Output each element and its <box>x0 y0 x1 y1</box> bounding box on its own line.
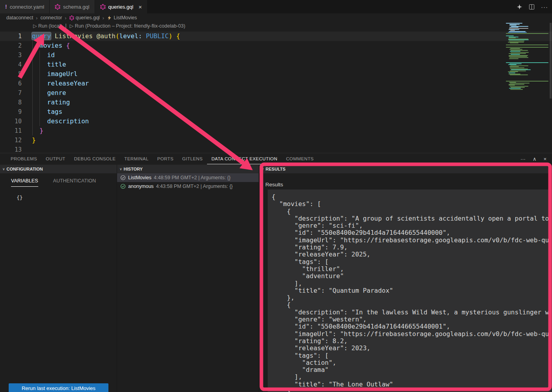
more-actions-icon[interactable]: ··· <box>541 4 548 10</box>
code-line[interactable]: 8 rating <box>0 98 552 107</box>
chevron-down-icon: ∨ <box>119 167 122 171</box>
panel-close-icon[interactable]: × <box>543 156 546 162</box>
vscode-window: ! connector.yaml schema.gql queries.gql … <box>0 0 552 392</box>
line-number: 7 <box>0 88 22 98</box>
code-lens-divider: | <box>65 23 67 29</box>
breadcrumb: dataconnect › connector › queries.gql › … <box>0 13 552 22</box>
panel-maximize-icon[interactable]: ∧ <box>533 156 537 162</box>
line-number: 12 <box>0 136 22 145</box>
code-line[interactable]: 5 imageUrl <box>0 69 552 79</box>
graphql-icon <box>69 15 74 20</box>
code-line[interactable]: 1query ListMovies @auth(level: PUBLIC) { <box>0 32 552 41</box>
line-number: 3 <box>0 50 22 60</box>
run-local-lens[interactable]: ▷ Run (local) <box>33 23 62 29</box>
tab-label: connector.yaml <box>10 4 44 10</box>
line-number: 5 <box>0 69 22 79</box>
line-number: 6 <box>0 79 22 88</box>
symbol-query-icon <box>107 15 112 20</box>
breadcrumb-queries-gql[interactable]: queries.gql <box>69 15 100 20</box>
minimap-line <box>510 83 530 84</box>
code-line[interactable]: 9 tags <box>0 107 552 117</box>
breadcrumb-separator: › <box>65 15 66 21</box>
minimap-line <box>510 43 519 43</box>
chevron-down-icon: ∨ <box>2 167 5 171</box>
configuration-section: ∨ CONFIGURATION VARIABLES AUTHENTICATION… <box>0 165 117 392</box>
line-number: 13 <box>0 145 22 153</box>
code-line[interactable]: 10 description <box>0 117 552 126</box>
minimap-line <box>509 72 515 73</box>
warning-icon: ! <box>5 4 7 10</box>
panel-tab-output[interactable]: OUTPUT <box>41 153 70 164</box>
minimap-line <box>509 37 516 38</box>
minimap-line <box>509 49 522 50</box>
panel-tab-terminal[interactable]: TERMINAL <box>120 153 153 164</box>
minimap-line <box>509 58 518 59</box>
history-section: ∨ HISTORY ListMovies4:48:59 PM GMT+2 | A… <box>117 165 259 392</box>
minimap-line <box>506 23 522 24</box>
breadcrumb-separator: › <box>103 15 104 21</box>
breadcrumb-connector[interactable]: connector <box>40 15 62 20</box>
line-number: 4 <box>0 60 22 69</box>
history-entry-listmovies[interactable]: ListMovies4:48:59 PM GMT+2 | Arguments: … <box>117 173 259 182</box>
line-number: 11 <box>0 126 22 136</box>
history-entry-name: ListMovies <box>128 175 151 180</box>
sparkle-icon[interactable] <box>517 4 522 10</box>
split-editor-icon[interactable] <box>529 4 535 10</box>
code-line[interactable]: 7 genre <box>0 88 552 98</box>
configuration-tabs: VARIABLES AUTHENTICATION <box>0 173 117 187</box>
minimap-line <box>510 89 523 90</box>
minimap-line <box>509 41 525 41</box>
tab-variables[interactable]: VARIABLES <box>11 178 38 187</box>
line-number: 2 <box>0 41 22 50</box>
results-json-output[interactable]: { "movies": [ { "description": "A group … <box>268 189 552 392</box>
minimap-line <box>510 86 529 87</box>
code-line[interactable]: 4 title <box>0 60 552 69</box>
rerun-last-execution-button[interactable]: Rerun last execution: ListMovies <box>9 383 108 392</box>
results-header[interactable]: ∨ RESULTS <box>259 165 552 173</box>
minimap[interactable] <box>506 23 549 116</box>
minimap-line <box>511 52 529 53</box>
minimap-line <box>510 74 528 75</box>
history-header[interactable]: ∨ HISTORY <box>117 165 259 173</box>
editor-tab-bar: ! connector.yaml schema.gql queries.gql … <box>0 0 552 13</box>
code-line[interactable]: 11 } <box>0 126 552 136</box>
code-line[interactable]: 12} <box>0 136 552 145</box>
configuration-header[interactable]: ∨ CONFIGURATION <box>0 165 117 173</box>
panel-tab-ports[interactable]: PORTS <box>153 153 178 164</box>
graphql-icon <box>100 4 106 10</box>
line-number: 8 <box>0 98 22 107</box>
tab-schema-gql[interactable]: schema.gql <box>50 0 94 13</box>
code-lens: ▷ Run (local) | ▷ Run (Production – Proj… <box>33 23 185 29</box>
status-check-icon <box>120 175 126 181</box>
panel-tab-comments[interactable]: COMMENTS <box>282 153 318 164</box>
line-number: 10 <box>0 117 22 126</box>
editor-scrollbar[interactable] <box>550 23 552 98</box>
minimap-line <box>509 28 529 29</box>
code-line[interactable]: 3 id <box>0 50 552 60</box>
minimap-line <box>509 57 529 58</box>
panel-tab-debug-console[interactable]: DEBUG CONSOLE <box>70 153 120 164</box>
minimap-line <box>506 81 548 82</box>
panel-tab-gitlens[interactable]: GITLENS <box>178 153 207 164</box>
tab-connector-yaml[interactable]: ! connector.yaml <box>0 0 49 13</box>
code-line[interactable]: 13 <box>0 145 552 153</box>
panel-more-icon[interactable]: ··· <box>520 156 526 162</box>
panel-tab-problems[interactable]: PROBLEMS <box>6 153 41 164</box>
minimap-line <box>506 47 548 48</box>
breadcrumb-listmovies[interactable]: ListMovies <box>107 15 137 20</box>
code-editor[interactable]: ▷ Run (local) | ▷ Run (Production – Proj… <box>0 22 552 153</box>
breadcrumb-dataconnect[interactable]: dataconnect <box>6 15 33 20</box>
variables-editor[interactable]: {} <box>17 195 117 201</box>
tab-queries-gql[interactable]: queries.gql × <box>95 0 147 13</box>
chevron-down-icon: ∨ <box>261 167 264 171</box>
history-entry-anonymous[interactable]: anonymous4:43:58 PM GMT+2 | Arguments: {… <box>117 182 259 191</box>
run-production-lens[interactable]: ▷ Run (Production – Project: friendly-fl… <box>70 23 185 29</box>
tab-authentication[interactable]: AUTHENTICATION <box>53 178 96 187</box>
panel-tab-bar: PROBLEMSOUTPUTDEBUG CONSOLETERMINALPORTS… <box>0 153 552 164</box>
close-icon[interactable]: × <box>138 4 142 10</box>
code-line[interactable]: 6 releaseYear <box>0 79 552 88</box>
code-line[interactable]: 2 movies { <box>0 41 552 50</box>
panel-tab-data-connect-execution[interactable]: DATA CONNECT EXECUTION <box>207 153 282 164</box>
history-entry-name: anonymous <box>128 184 154 189</box>
bottom-panel: PROBLEMSOUTPUTDEBUG CONSOLETERMINALPORTS… <box>0 153 552 392</box>
